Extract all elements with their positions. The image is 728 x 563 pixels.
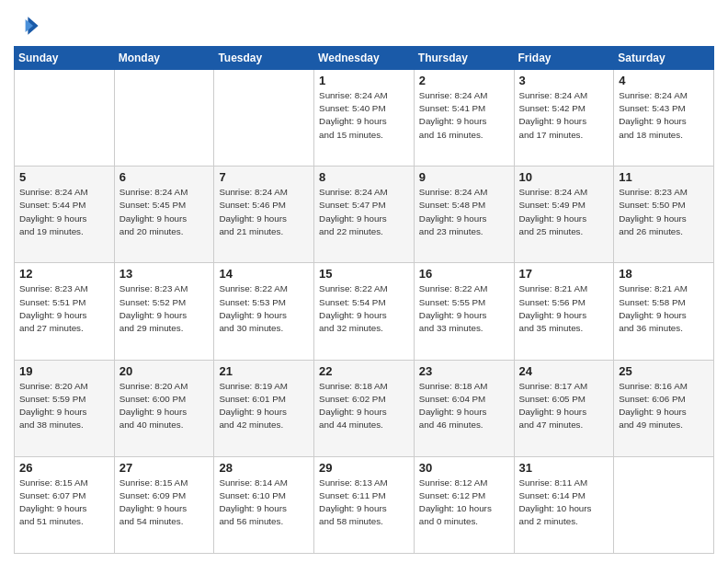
day-info: Sunrise: 8:16 AM Sunset: 6:06 PM Dayligh… — [619, 380, 709, 432]
day-number: 25 — [619, 364, 709, 378]
day-number: 16 — [419, 267, 509, 281]
day-cell: 15Sunrise: 8:22 AM Sunset: 5:54 PM Dayli… — [314, 263, 415, 360]
day-cell: 27Sunrise: 8:15 AM Sunset: 6:09 PM Dayli… — [114, 456, 214, 553]
day-number: 18 — [619, 267, 709, 281]
week-row-5: 26Sunrise: 8:15 AM Sunset: 6:07 PM Dayli… — [15, 456, 714, 553]
day-cell: 11Sunrise: 8:23 AM Sunset: 5:50 PM Dayli… — [614, 167, 714, 263]
day-info: Sunrise: 8:15 AM Sunset: 6:09 PM Dayligh… — [119, 477, 210, 529]
week-row-4: 19Sunrise: 8:20 AM Sunset: 5:59 PM Dayli… — [15, 360, 714, 456]
header — [14, 9, 714, 39]
day-info: Sunrise: 8:13 AM Sunset: 6:11 PM Dayligh… — [319, 477, 409, 529]
week-row-2: 5Sunrise: 8:24 AM Sunset: 5:44 PM Daylig… — [15, 167, 714, 263]
day-number: 4 — [619, 74, 709, 87]
day-number: 14 — [219, 267, 309, 281]
day-info: Sunrise: 8:22 AM Sunset: 5:53 PM Dayligh… — [219, 282, 309, 335]
logo — [14, 13, 41, 39]
day-number: 29 — [319, 461, 409, 475]
weekday-header-tuesday: Tuesday — [214, 47, 314, 70]
day-cell — [15, 70, 115, 167]
day-number: 22 — [319, 364, 409, 378]
day-info: Sunrise: 8:11 AM Sunset: 6:14 PM Dayligh… — [519, 477, 609, 529]
day-cell: 29Sunrise: 8:13 AM Sunset: 6:11 PM Dayli… — [314, 456, 415, 553]
day-cell: 24Sunrise: 8:17 AM Sunset: 6:05 PM Dayli… — [514, 360, 614, 456]
weekday-header-wednesday: Wednesday — [314, 47, 415, 70]
day-info: Sunrise: 8:24 AM Sunset: 5:49 PM Dayligh… — [519, 186, 609, 238]
day-info: Sunrise: 8:24 AM Sunset: 5:40 PM Dayligh… — [319, 89, 409, 142]
day-number: 2 — [419, 74, 509, 87]
day-cell — [114, 70, 214, 167]
day-cell: 14Sunrise: 8:22 AM Sunset: 5:53 PM Dayli… — [214, 263, 314, 360]
day-cell: 17Sunrise: 8:21 AM Sunset: 5:56 PM Dayli… — [514, 263, 614, 360]
day-number: 17 — [519, 267, 609, 281]
day-cell: 30Sunrise: 8:12 AM Sunset: 6:12 PM Dayli… — [414, 456, 514, 553]
day-number: 8 — [319, 170, 409, 184]
day-cell: 1Sunrise: 8:24 AM Sunset: 5:40 PM Daylig… — [314, 70, 415, 167]
day-number: 21 — [219, 364, 309, 378]
day-number: 26 — [19, 461, 109, 475]
day-cell: 22Sunrise: 8:18 AM Sunset: 6:02 PM Dayli… — [314, 360, 415, 456]
day-info: Sunrise: 8:24 AM Sunset: 5:46 PM Dayligh… — [219, 186, 309, 238]
day-cell: 25Sunrise: 8:16 AM Sunset: 6:06 PM Dayli… — [614, 360, 714, 456]
day-cell: 12Sunrise: 8:23 AM Sunset: 5:51 PM Dayli… — [15, 263, 115, 360]
day-cell: 26Sunrise: 8:15 AM Sunset: 6:07 PM Dayli… — [15, 456, 115, 553]
day-cell: 5Sunrise: 8:24 AM Sunset: 5:44 PM Daylig… — [15, 167, 115, 263]
day-number: 15 — [319, 267, 409, 281]
day-number: 9 — [419, 170, 509, 184]
day-number: 1 — [319, 74, 409, 87]
day-cell: 31Sunrise: 8:11 AM Sunset: 6:14 PM Dayli… — [514, 456, 614, 553]
day-number: 12 — [19, 267, 109, 281]
week-row-1: 1Sunrise: 8:24 AM Sunset: 5:40 PM Daylig… — [15, 70, 714, 167]
day-info: Sunrise: 8:20 AM Sunset: 5:59 PM Dayligh… — [19, 380, 109, 432]
day-number: 27 — [119, 461, 210, 475]
day-info: Sunrise: 8:24 AM Sunset: 5:42 PM Dayligh… — [519, 89, 609, 142]
day-info: Sunrise: 8:24 AM Sunset: 5:48 PM Dayligh… — [419, 186, 509, 238]
day-info: Sunrise: 8:23 AM Sunset: 5:51 PM Dayligh… — [19, 282, 109, 335]
calendar-table: SundayMondayTuesdayWednesdayThursdayFrid… — [14, 46, 714, 554]
day-info: Sunrise: 8:17 AM Sunset: 6:05 PM Dayligh… — [519, 380, 609, 432]
day-info: Sunrise: 8:18 AM Sunset: 6:04 PM Dayligh… — [419, 380, 509, 432]
day-cell: 23Sunrise: 8:18 AM Sunset: 6:04 PM Dayli… — [414, 360, 514, 456]
day-cell: 28Sunrise: 8:14 AM Sunset: 6:10 PM Dayli… — [214, 456, 314, 553]
day-info: Sunrise: 8:24 AM Sunset: 5:47 PM Dayligh… — [319, 186, 409, 238]
day-info: Sunrise: 8:19 AM Sunset: 6:01 PM Dayligh… — [219, 380, 309, 432]
day-number: 23 — [419, 364, 509, 378]
day-cell: 18Sunrise: 8:21 AM Sunset: 5:58 PM Dayli… — [614, 263, 714, 360]
day-info: Sunrise: 8:24 AM Sunset: 5:41 PM Dayligh… — [419, 89, 509, 142]
day-cell: 6Sunrise: 8:24 AM Sunset: 5:45 PM Daylig… — [114, 167, 214, 263]
day-cell: 8Sunrise: 8:24 AM Sunset: 5:47 PM Daylig… — [314, 167, 415, 263]
day-number: 31 — [519, 461, 609, 475]
day-info: Sunrise: 8:15 AM Sunset: 6:07 PM Dayligh… — [19, 477, 109, 529]
day-info: Sunrise: 8:23 AM Sunset: 5:50 PM Dayligh… — [619, 186, 709, 238]
weekday-row: SundayMondayTuesdayWednesdayThursdayFrid… — [15, 47, 714, 70]
logo-icon — [14, 13, 40, 39]
day-cell: 9Sunrise: 8:24 AM Sunset: 5:48 PM Daylig… — [414, 167, 514, 263]
day-info: Sunrise: 8:21 AM Sunset: 5:56 PM Dayligh… — [519, 282, 609, 335]
weekday-header-thursday: Thursday — [414, 47, 514, 70]
day-info: Sunrise: 8:22 AM Sunset: 5:54 PM Dayligh… — [319, 282, 409, 335]
weekday-header-saturday: Saturday — [614, 47, 714, 70]
weekday-header-monday: Monday — [114, 47, 214, 70]
day-number: 30 — [419, 461, 509, 475]
day-info: Sunrise: 8:23 AM Sunset: 5:52 PM Dayligh… — [119, 282, 210, 335]
day-number: 19 — [19, 364, 109, 378]
calendar-body: 1Sunrise: 8:24 AM Sunset: 5:40 PM Daylig… — [15, 70, 714, 554]
day-cell: 20Sunrise: 8:20 AM Sunset: 6:00 PM Dayli… — [114, 360, 214, 456]
calendar-header: SundayMondayTuesdayWednesdayThursdayFrid… — [15, 47, 714, 70]
day-cell: 10Sunrise: 8:24 AM Sunset: 5:49 PM Dayli… — [514, 167, 614, 263]
day-number: 24 — [519, 364, 609, 378]
day-cell — [214, 70, 314, 167]
day-number: 11 — [619, 170, 709, 184]
day-info: Sunrise: 8:14 AM Sunset: 6:10 PM Dayligh… — [219, 477, 309, 529]
day-cell: 3Sunrise: 8:24 AM Sunset: 5:42 PM Daylig… — [514, 70, 614, 167]
weekday-header-sunday: Sunday — [15, 47, 115, 70]
day-cell: 19Sunrise: 8:20 AM Sunset: 5:59 PM Dayli… — [15, 360, 115, 456]
day-number: 20 — [119, 364, 210, 378]
day-info: Sunrise: 8:20 AM Sunset: 6:00 PM Dayligh… — [119, 380, 210, 432]
day-number: 10 — [519, 170, 609, 184]
day-number: 28 — [219, 461, 309, 475]
day-info: Sunrise: 8:24 AM Sunset: 5:45 PM Dayligh… — [119, 186, 210, 238]
day-number: 6 — [119, 170, 210, 184]
page: SundayMondayTuesdayWednesdayThursdayFrid… — [0, 0, 728, 563]
day-cell: 21Sunrise: 8:19 AM Sunset: 6:01 PM Dayli… — [214, 360, 314, 456]
day-number: 3 — [519, 74, 609, 87]
